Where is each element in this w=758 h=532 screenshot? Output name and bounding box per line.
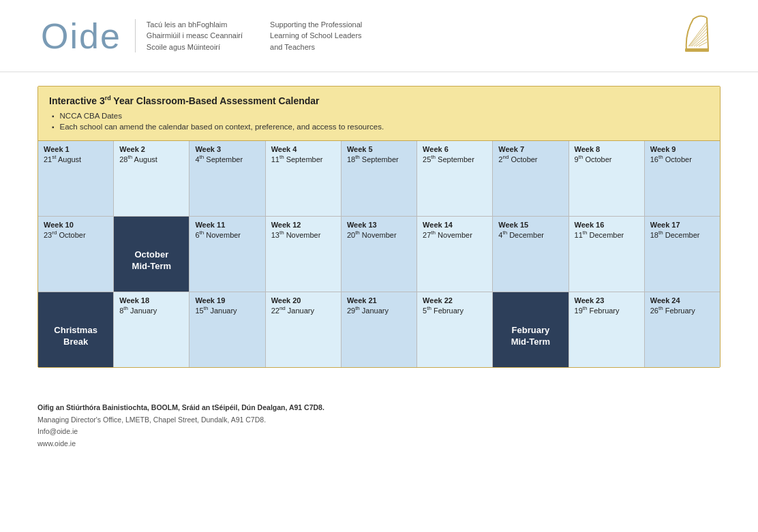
calendar-grid: Week 1 21st August Week 2 28th August We…: [38, 140, 720, 367]
english-line2: Learning of School Leaders: [270, 31, 362, 40]
english-line3: and Teachers: [270, 43, 315, 51]
february-midterm-cell: February Mid-Term: [493, 292, 568, 367]
oide-logo: Oide: [41, 16, 121, 57]
week-14-cell: Week 14 27th November: [417, 217, 493, 292]
week-24-cell: Week 24 26th February: [645, 292, 720, 367]
irish-line2: Ghairmiúil i measc Ceannairí: [147, 30, 243, 42]
irish-line3: Scoile agus Múinteoirí: [147, 42, 243, 53]
harp-icon: [680, 12, 717, 57]
irish-tagline: Tacú leis an bhFoghlaim Ghairmiúil i mea…: [135, 19, 243, 53]
week-11-cell: Week 11 6th November: [190, 217, 265, 292]
week-13-cell: Week 13 20th November: [342, 217, 417, 292]
bullet-list: NCCA CBA Dates Each school can amend the…: [49, 112, 709, 131]
footer-email[interactable]: Info@oide.ie: [37, 427, 78, 435]
week-1-cell: Week 1 21st August: [38, 141, 114, 216]
bullet-item-2: Each school can amend the calendar based…: [52, 123, 709, 131]
irish-line1: Tacú leis an bhFoghlaim: [147, 19, 243, 31]
week-16-cell: Week 16 11th December: [569, 217, 645, 292]
page-footer: Oifig an Stiúrthóra Bainistiochta, BOOLM…: [0, 381, 758, 464]
week-9-cell: Week 9 16th October: [645, 141, 720, 216]
main-content: Interactive 3rd Year Classroom-Based Ass…: [0, 72, 758, 381]
footer-line4: www.oide.ie: [37, 438, 721, 450]
week-21-cell: Week 21 29th January: [342, 292, 417, 367]
calendar-container: Interactive 3rd Year Classroom-Based Ass…: [37, 86, 721, 368]
cal-row-2: Week 10 23rd October October Mid-Term We…: [38, 217, 720, 292]
cal-row-3: Christmas Break Week 18 8th January Week…: [38, 292, 720, 367]
footer-line2: Managing Director's Office, LMETB, Chape…: [37, 414, 721, 426]
october-midterm-cell: October Mid-Term: [114, 217, 190, 292]
week-19-cell: Week 19 15th January: [190, 292, 265, 367]
christmas-break-cell: Christmas Break: [38, 292, 114, 367]
week-22-cell: Week 22 5th February: [417, 292, 493, 367]
week-5-cell: Week 5 18th September: [342, 141, 417, 216]
week-20-cell: Week 20 22nd January: [266, 292, 342, 367]
week-4-cell: Week 4 11th September: [266, 141, 342, 216]
week-10-cell: Week 10 23rd October: [38, 217, 114, 292]
calendar-title: Interactive 3rd Year Classroom-Based Ass…: [49, 95, 709, 106]
harp-logo: [680, 12, 717, 59]
week-2-cell: Week 2 28th August: [114, 141, 190, 216]
week-17-cell: Week 17 18th December: [645, 217, 720, 292]
week-12-cell: Week 12 13th November: [266, 217, 342, 292]
week-18-cell: Week 18 8th January: [114, 292, 190, 367]
calendar-title-area: Interactive 3rd Year Classroom-Based Ass…: [38, 87, 720, 140]
svg-line-6: [699, 42, 707, 46]
week-8-cell: Week 8 9th October: [569, 141, 645, 216]
page-header: Oide Tacú leis an bhFoghlaim Ghairmiúil …: [0, 0, 758, 72]
svg-line-0: [688, 22, 707, 46]
footer-line3: Info@oide.ie: [37, 426, 721, 438]
english-tagline: Supporting the Professional Learning of …: [270, 19, 362, 53]
week-15-cell: Week 15 4th December: [493, 217, 568, 292]
svg-rect-7: [685, 48, 709, 52]
bullet-item-1: NCCA CBA Dates: [52, 112, 709, 120]
cal-row-1: Week 1 21st August Week 2 28th August We…: [38, 141, 720, 217]
week-7-cell: Week 7 2nd October: [493, 141, 568, 216]
week-23-cell: Week 23 19th February: [569, 292, 645, 367]
footer-line1: Oifig an Stiúrthóra Bainistiochta, BOOLM…: [37, 402, 721, 414]
english-line1: Supporting the Professional: [270, 20, 362, 29]
week-6-cell: Week 6 25th September: [417, 141, 493, 216]
footer-website[interactable]: www.oide.ie: [37, 439, 76, 448]
week-3-cell: Week 3 4th September: [190, 141, 265, 216]
